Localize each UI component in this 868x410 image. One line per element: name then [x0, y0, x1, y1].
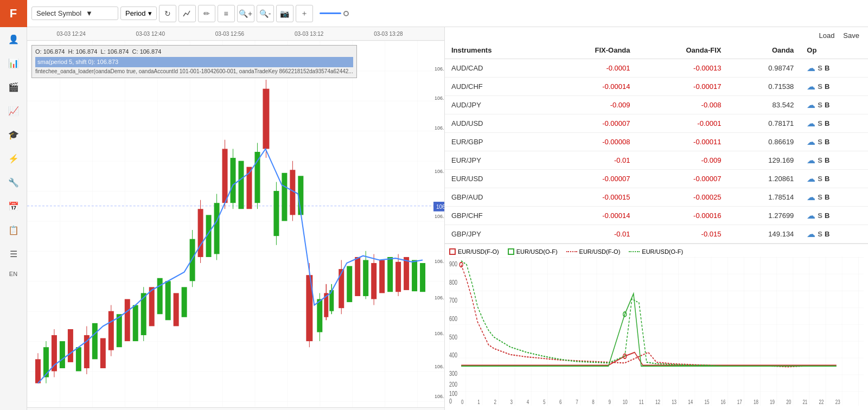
svg-rect-0	[27, 41, 444, 407]
blue-line	[320, 12, 341, 14]
col-oanda-fix: Oanda-FIX	[637, 42, 728, 59]
svg-text:106.871: 106.871	[435, 168, 444, 174]
sidebar-icon-calendar[interactable]: 📅	[3, 195, 24, 217]
cloud-icon[interactable]: ☁	[807, 100, 815, 110]
save-link[interactable]: Save	[843, 31, 859, 40]
svg-text:600: 600	[449, 315, 457, 323]
sell-button[interactable]: S	[818, 230, 822, 238]
zoom-in-button[interactable]: 🔍+	[237, 5, 254, 22]
toolbar: Select Symbol ▼ Period ▾ ↻ ✏ ≡ 🔍+ 🔍- 📷 ＋	[27, 0, 868, 27]
sidebar-icon-list[interactable]: 📋	[3, 219, 24, 241]
symbol-select[interactable]: Select Symbol ▼	[31, 7, 118, 20]
svg-rect-79	[387, 257, 393, 292]
svg-text:106.879: 106.879	[435, 94, 444, 101]
cloud-icon[interactable]: ☁	[807, 118, 815, 129]
svg-rect-85	[449, 257, 864, 406]
pencil-button[interactable]: ✏	[198, 5, 215, 22]
op-cell: ☁ S B	[800, 151, 868, 170]
period-select[interactable]: Period ▾	[120, 7, 157, 20]
svg-text:22: 22	[819, 399, 824, 406]
instruments-section: Instruments FIX-Oanda Oanda-FIX Oanda Op…	[445, 42, 868, 244]
cloud-icon[interactable]: ☁	[807, 137, 815, 147]
sidebar-icon-line-chart[interactable]: 📈	[3, 100, 24, 121]
svg-rect-50	[238, 161, 244, 209]
buy-button[interactable]: B	[825, 156, 829, 164]
buy-button[interactable]: B	[825, 175, 829, 183]
table-row: AUD/CAD -0.0001 -0.00013 0.98747 ☁ S B	[445, 59, 868, 78]
sell-button[interactable]: S	[818, 138, 822, 146]
instrument-name: AUD/JPY	[445, 96, 546, 114]
sell-button[interactable]: S	[818, 101, 822, 109]
buy-button[interactable]: B	[825, 212, 829, 220]
cloud-icon[interactable]: ☁	[807, 63, 815, 73]
bottom-chart-canvas: 900 800 700 600 500 400 300 200 100 0 0 …	[449, 257, 864, 406]
svg-rect-20	[60, 341, 65, 368]
svg-rect-38	[182, 287, 187, 317]
cloud-icon[interactable]: ☁	[807, 210, 815, 221]
oanda-value: 83.542	[727, 96, 800, 114]
sell-button[interactable]: S	[818, 175, 822, 183]
legend-item-1: EUR/USD(F-O)	[449, 248, 499, 255]
oanda-value: 0.71538	[727, 78, 800, 96]
svg-text:900: 900	[449, 260, 457, 267]
table-row: EUR/USD -0.00007 -0.00007 1.20861 ☁ S B	[445, 170, 868, 188]
buy-button[interactable]: B	[825, 193, 829, 201]
logo: F	[0, 0, 27, 27]
tooltip-line-3: fintechee_oanda_loader(oandaDemo true, o…	[35, 67, 353, 76]
buy-button[interactable]: B	[825, 64, 829, 72]
sell-button[interactable]: S	[818, 119, 822, 127]
camera-button[interactable]: 📷	[276, 5, 293, 22]
svg-text:16: 16	[721, 399, 726, 406]
buy-button[interactable]: B	[825, 119, 829, 127]
chart-tooltip: O: 106.874 H: 106.874 L: 106.874 C: 106.…	[31, 45, 357, 78]
refresh-button[interactable]: ↻	[159, 5, 176, 22]
table-row: GBP/JPY -0.01 -0.015 149.134 ☁ S B	[445, 225, 868, 244]
svg-text:8: 8	[592, 399, 594, 406]
op-cell: ☁ S B	[800, 114, 868, 133]
sell-button[interactable]: S	[818, 64, 822, 72]
buy-button[interactable]: B	[825, 101, 829, 109]
svg-text:11: 11	[639, 399, 644, 406]
fix-oanda-value: -0.00007	[546, 170, 637, 188]
cloud-icon[interactable]: ☁	[807, 174, 815, 184]
buy-button[interactable]: B	[825, 138, 829, 146]
legend-item-3: EUR/USD(F-O)	[566, 248, 621, 255]
line-chart-button[interactable]	[178, 5, 196, 22]
sidebar-icon-chart[interactable]: 📊	[3, 52, 24, 74]
sidebar-icon-lightning[interactable]: ⚡	[3, 148, 24, 169]
sell-button[interactable]: S	[818, 193, 822, 201]
sidebar-icon-user[interactable]: 👤	[3, 28, 24, 50]
cloud-icon[interactable]: ☁	[807, 229, 815, 239]
sidebar-icon-menu[interactable]: ☰	[3, 243, 24, 265]
instrument-name: AUD/CAD	[445, 59, 546, 78]
legend-label-1: EUR/USD(F-O)	[458, 248, 499, 255]
zoom-out-button[interactable]: 🔍-	[257, 5, 274, 22]
svg-text:106.883: 106.883	[435, 66, 444, 72]
period-arrow: ▾	[148, 9, 152, 17]
svg-text:700: 700	[449, 297, 457, 304]
sell-button[interactable]: S	[818, 212, 822, 220]
svg-text:106.856: 106.856	[435, 330, 444, 337]
table-row: AUD/JPY -0.009 -0.008 83.542 ☁ S B	[445, 96, 868, 114]
sell-button[interactable]: S	[818, 82, 822, 91]
svg-rect-31	[133, 305, 138, 341]
cloud-icon[interactable]: ☁	[807, 81, 815, 92]
buy-button[interactable]: B	[825, 82, 829, 91]
sidebar-icon-tools[interactable]: 🔧	[3, 171, 24, 193]
line-chart-icon	[183, 9, 192, 18]
buy-button[interactable]: B	[825, 230, 829, 238]
chart-canvas[interactable]: O: 106.874 H: 106.874 L: 106.874 C: 106.…	[27, 41, 444, 407]
sidebar-icon-video[interactable]: 🎬	[3, 76, 24, 98]
sidebar-lang[interactable]: EN	[3, 266, 24, 282]
menu-lines-button[interactable]: ≡	[218, 5, 235, 22]
sidebar-icon-graduate[interactable]: 🎓	[3, 124, 24, 145]
svg-text:14: 14	[688, 399, 693, 406]
sell-button[interactable]: S	[818, 156, 822, 164]
cloud-icon[interactable]: ☁	[807, 192, 815, 202]
load-link[interactable]: Load	[819, 31, 834, 40]
oanda-fix-value: -0.0001	[637, 114, 728, 133]
plus-button[interactable]: ＋	[296, 5, 313, 22]
svg-rect-84	[420, 263, 425, 292]
cloud-icon[interactable]: ☁	[807, 155, 815, 165]
svg-rect-36	[165, 281, 171, 320]
